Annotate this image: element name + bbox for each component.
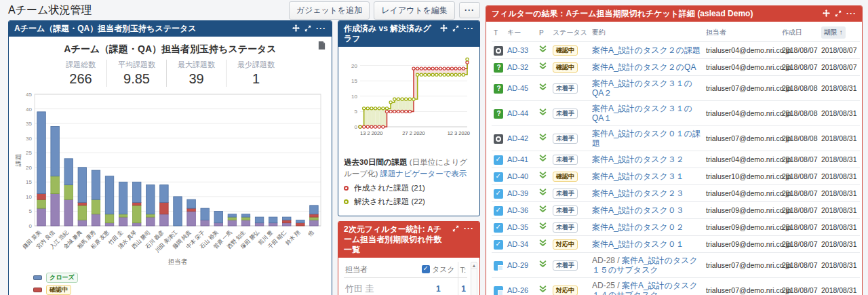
task-count[interactable]: 1 bbox=[419, 278, 458, 295]
svg-text:20: 20 bbox=[351, 63, 357, 69]
svg-text:鈴木 翔: 鈴木 翔 bbox=[284, 229, 301, 246]
status-badge: 確認中 bbox=[553, 45, 578, 56]
issue-key-link[interactable]: AD-26 bbox=[507, 286, 528, 294]
issue-key-link[interactable]: AD-32 bbox=[507, 63, 528, 71]
expand-gadget-icon[interactable] bbox=[304, 25, 311, 32]
move-gadget-icon[interactable] bbox=[823, 9, 830, 17]
more-options-button[interactable]: ··· bbox=[459, 2, 480, 18]
task-checkbox[interactable] bbox=[422, 265, 430, 273]
legend-label: 解決された課題 (22) bbox=[354, 197, 425, 207]
issue-key-link[interactable]: AD-35 bbox=[507, 223, 528, 231]
edit-layout-button[interactable]: レイアウトを編集 bbox=[374, 1, 455, 20]
due-date: 2018/08/31 bbox=[819, 76, 860, 101]
status-badge: 未着手 bbox=[553, 260, 578, 271]
status-badge: 対応中 bbox=[553, 239, 578, 250]
svg-text:40: 40 bbox=[26, 106, 32, 113]
sort-asc-icon: ↑ bbox=[840, 28, 843, 36]
total-count[interactable]: 1 bbox=[458, 278, 467, 295]
expand-gadget-icon[interactable] bbox=[452, 225, 459, 232]
due-date: 2018/08/07 bbox=[819, 42, 860, 59]
issue-row: AD-36 未着手 案件A_設計のタスク０３ trialuser09@demo.… bbox=[492, 202, 860, 219]
col-task[interactable]: タスク bbox=[432, 265, 455, 273]
qa-type-icon bbox=[494, 84, 503, 94]
issue-summary-link[interactable]: 案件A_設計のタスク０２ bbox=[592, 222, 684, 232]
issue-row: AD-39 未着手 案件A_設計のタスク２３ trialuser04@demo.… bbox=[492, 185, 860, 202]
issue-summary-link[interactable]: 案件A_設計のタスク２３ bbox=[592, 189, 684, 198]
issue-summary-link[interactable]: 案件A_設計のタスク３１のQA１ bbox=[592, 104, 692, 123]
stat-item: 課題総数266 bbox=[55, 60, 106, 87]
created-date: 2018/08/07 bbox=[780, 219, 819, 236]
col-key[interactable]: キー bbox=[505, 23, 537, 42]
col-due-sorted[interactable]: 期限 ↑ bbox=[819, 23, 860, 42]
gadget-menu-icon[interactable]: ··· bbox=[316, 25, 326, 32]
svg-text:5: 5 bbox=[355, 109, 358, 115]
issue-summary-link[interactable]: 案件A_設計のタスク３２ bbox=[592, 155, 684, 164]
svg-text:10: 10 bbox=[26, 194, 32, 200]
stats-table: 担当者 タスク T: 竹田 圭 1 1 中本 栄子 1 bbox=[344, 262, 467, 295]
priority-lowest-icon bbox=[539, 46, 547, 54]
legend-swatch bbox=[33, 288, 42, 292]
issue-navigator-link[interactable]: 課題ナビゲーターで表示 bbox=[380, 170, 467, 178]
issue-key-link[interactable]: AD-33 bbox=[507, 46, 528, 54]
issues-table: T キー P ステータス 要約 担当者 作成日 期限 ↑ AD-33 確認中 案… bbox=[492, 23, 860, 295]
gadget-menu-icon[interactable]: ··· bbox=[464, 25, 474, 32]
assignee-email: trialuser09@demo.nri.co.jp bbox=[704, 236, 780, 253]
svg-text:0: 0 bbox=[355, 124, 358, 130]
issue-summary-link[interactable]: 案件A_設計のタスク３１ bbox=[592, 172, 684, 181]
issue-summary-link[interactable]: 案件A_設計のタスク３１のQA２ bbox=[592, 79, 692, 98]
scroll-up-icon[interactable]: ▲ bbox=[471, 262, 477, 269]
issue-key-link[interactable]: AD-42 bbox=[507, 134, 528, 142]
issue-summary-link[interactable]: 案件A_設計のタスク０１ bbox=[592, 239, 684, 249]
issue-type-icon bbox=[494, 46, 503, 56]
issue-key-link[interactable]: AD-36 bbox=[507, 206, 528, 214]
expand-gadget-icon[interactable] bbox=[835, 10, 842, 17]
due-date: 2018/08/31 bbox=[819, 101, 860, 126]
created-date: 2018/08/07 bbox=[780, 151, 819, 168]
issue-key-link[interactable]: AD-34 bbox=[507, 240, 528, 248]
legend-label: 作成された課題 (21) bbox=[354, 183, 425, 193]
svg-text:30: 30 bbox=[26, 136, 32, 142]
legend-label: クローズ bbox=[46, 273, 78, 283]
due-date: 2018/08/31 bbox=[819, 202, 860, 219]
col-summary[interactable]: 要約 bbox=[590, 23, 704, 42]
created-date: 2018/08/07 bbox=[780, 185, 819, 202]
issue-key-link[interactable]: AD-45 bbox=[507, 84, 528, 92]
assignee-name[interactable]: 竹田 圭 bbox=[344, 278, 419, 295]
two-dimensional-stats-gadget: 2次元フィルター統計: Aチーム担当者別期限切れ件数一覧 ··· 担当者 タスク… bbox=[338, 221, 480, 295]
col-status[interactable]: ステータス bbox=[551, 23, 590, 42]
col-type[interactable]: T bbox=[492, 23, 505, 42]
issue-summary-link[interactable]: 案件A_設計のタスク０１の課題 bbox=[592, 129, 701, 148]
status-by-assignee-gadget: Aチーム（課題・QA）担当者別玉持ちステータス ··· Aチーム（課題・QA）担… bbox=[8, 20, 332, 295]
issue-summary-link[interactable]: 案件A_設計のタスク２の課題 bbox=[592, 45, 701, 55]
legend-item: 確認中 bbox=[33, 285, 326, 295]
col-priority[interactable]: P bbox=[537, 23, 551, 42]
svg-text:20: 20 bbox=[26, 165, 32, 171]
filter-results-gadget: フィルターの結果：Aチーム担当期限切れチケット詳細 (aslead Demo) … bbox=[486, 5, 863, 295]
issue-key-link[interactable]: AD-29 bbox=[507, 261, 528, 269]
issue-key-link[interactable]: AD-40 bbox=[507, 172, 528, 180]
scrollbar[interactable]: ▲ ▼ bbox=[471, 262, 477, 295]
svg-text:5: 5 bbox=[29, 208, 33, 214]
priority-lowest-icon bbox=[539, 63, 547, 71]
add-gadget-button[interactable]: ガジェットを追加 bbox=[289, 1, 370, 20]
issue-summary-link[interactable]: 案件A_設計のタスク２のQA bbox=[592, 62, 696, 72]
priority-lowest-icon bbox=[539, 84, 547, 92]
copy-chart-icon[interactable] bbox=[317, 41, 326, 53]
due-date: 2018/08/31 bbox=[819, 253, 860, 278]
move-gadget-icon[interactable] bbox=[440, 24, 448, 32]
priority-lowest-icon bbox=[539, 134, 547, 142]
issue-key-link[interactable]: AD-44 bbox=[507, 109, 528, 117]
issue-summary-link[interactable]: 案件A_設計のタスク０３ bbox=[592, 205, 684, 215]
move-gadget-icon[interactable] bbox=[292, 24, 300, 32]
issue-key-link[interactable]: AD-39 bbox=[507, 189, 528, 197]
due-date: 2018/08/31 bbox=[819, 168, 860, 185]
gadget-menu-icon[interactable]: ··· bbox=[846, 10, 856, 17]
issue-key-link[interactable]: AD-41 bbox=[507, 155, 528, 163]
col-assignee[interactable]: 担当者 bbox=[704, 23, 780, 42]
col-assignee[interactable]: 担当者 bbox=[344, 262, 419, 278]
created-date: 2018/08/08 bbox=[780, 76, 819, 101]
gadget-menu-icon[interactable]: ··· bbox=[464, 225, 474, 232]
expand-gadget-icon[interactable] bbox=[452, 25, 459, 32]
created-date: 2018/08/08 bbox=[780, 101, 819, 126]
col-created[interactable]: 作成日 bbox=[780, 23, 819, 42]
